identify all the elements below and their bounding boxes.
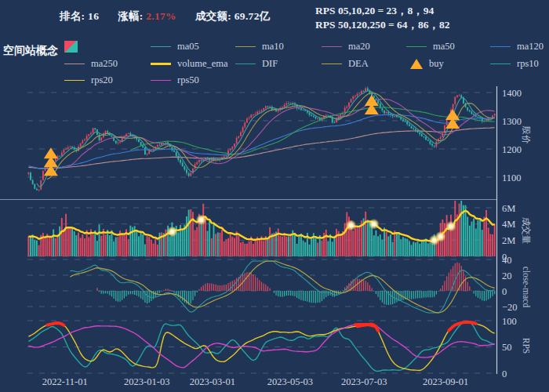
- volume-bar: [207, 231, 209, 256]
- volume-bar: [282, 237, 283, 256]
- candle-body: [398, 117, 400, 118]
- candle-body: [348, 103, 350, 107]
- panel-ylabel-rps: RPS: [522, 338, 531, 354]
- candle-body: [259, 111, 260, 112]
- candle-body: [84, 140, 85, 140]
- volume-bar: [417, 241, 419, 256]
- candle-body: [278, 110, 279, 111]
- volume-bar: [303, 241, 304, 256]
- volume-bar: [398, 233, 400, 256]
- volume-bar: [400, 239, 402, 256]
- candle-body: [328, 115, 329, 116]
- candle-body: [115, 141, 117, 143]
- candle-body: [80, 143, 82, 147]
- candle-body: [236, 138, 238, 143]
- candle-body: [59, 156, 60, 157]
- candle-body: [256, 111, 258, 114]
- candle-body: [440, 137, 442, 139]
- volume-bar: [333, 238, 335, 256]
- candle-body: [64, 150, 65, 153]
- volume-bar: [113, 241, 115, 256]
- candle-body: [157, 145, 158, 147]
- volume-bar: [136, 230, 137, 256]
- candle-body: [384, 111, 385, 113]
- candle-body: [159, 145, 161, 146]
- volume-bar: [144, 244, 146, 256]
- volume-bar: [117, 237, 118, 256]
- ema-glow-core: [449, 224, 453, 228]
- candle-body: [427, 140, 429, 140]
- volume-bar: [75, 235, 77, 256]
- axis-tick: 1200: [502, 144, 522, 155]
- candle-body: [148, 151, 150, 154]
- volume-bar: [59, 227, 60, 256]
- panel-ylabel-macd: close-macd: [522, 267, 531, 308]
- candle-body: [434, 146, 435, 147]
- candle-body: [107, 131, 108, 132]
- panel-ylabel-volume: 成交量: [522, 217, 531, 245]
- volume-bar: [55, 238, 56, 256]
- ema-glow-core: [438, 234, 442, 238]
- candle-body: [198, 160, 200, 162]
- candle-body: [415, 129, 416, 131]
- volume-bar: [138, 236, 140, 256]
- candle-body: [142, 145, 144, 147]
- axis-tick: 1300: [502, 116, 522, 127]
- candle-body: [363, 91, 365, 92]
- volume-bar: [344, 223, 346, 256]
- candle-body: [90, 132, 92, 134]
- candle-body: [42, 171, 44, 180]
- candle-body: [253, 114, 254, 115]
- volume-bar: [227, 238, 229, 256]
- volume-bar: [231, 237, 233, 256]
- candle-body: [61, 153, 63, 156]
- volume-bar: [402, 237, 404, 256]
- volume-bar: [479, 220, 481, 256]
- candle-body: [40, 180, 42, 190]
- volume-bar: [202, 204, 204, 256]
- volume-bar: [57, 236, 59, 256]
- candle-body: [346, 107, 347, 108]
- candle-body: [344, 107, 346, 112]
- candle-body: [224, 156, 225, 158]
- candle-body: [333, 122, 335, 123]
- candle-body: [242, 127, 244, 132]
- volume-bar: [34, 240, 35, 256]
- volume-bar: [186, 216, 187, 256]
- volume-bar: [285, 237, 287, 256]
- volume-bar: [153, 244, 155, 256]
- volume-bar: [386, 231, 387, 256]
- volume-bar: [69, 227, 71, 256]
- candle-body: [431, 144, 433, 146]
- volume-bar: [196, 227, 198, 256]
- candle-body: [65, 149, 67, 150]
- volume-bar: [396, 233, 398, 256]
- axis-tick: 100: [502, 316, 517, 327]
- candle-body: [421, 134, 423, 136]
- volume-bar: [244, 244, 245, 256]
- volume-bar: [142, 234, 144, 256]
- volume-bar: [190, 209, 191, 256]
- chart-canvas: 14001300120011006M4M2M040200−20100500股价成…: [0, 0, 549, 392]
- rps-highlight-segment: [449, 322, 476, 331]
- candle-body: [196, 162, 198, 164]
- volume-bar: [327, 241, 329, 256]
- volume-bar: [365, 212, 366, 256]
- volume-bar: [159, 233, 161, 256]
- volume-bar: [429, 242, 431, 256]
- candle-body: [492, 115, 493, 118]
- volume-bar: [129, 226, 131, 256]
- candle-body: [140, 142, 142, 145]
- rps20-line: [28, 322, 494, 370]
- axis-tick: 20: [502, 270, 512, 281]
- volume-bar: [332, 241, 333, 256]
- ma120-line: [28, 114, 494, 169]
- volume-bar: [473, 219, 474, 256]
- ema-glow-core: [170, 230, 174, 234]
- candle-body: [255, 114, 256, 115]
- candle-body: [93, 128, 94, 132]
- volume-bar: [217, 232, 219, 256]
- candle-body: [105, 131, 107, 133]
- volume-bar: [122, 234, 123, 256]
- volume-bar: [477, 220, 478, 256]
